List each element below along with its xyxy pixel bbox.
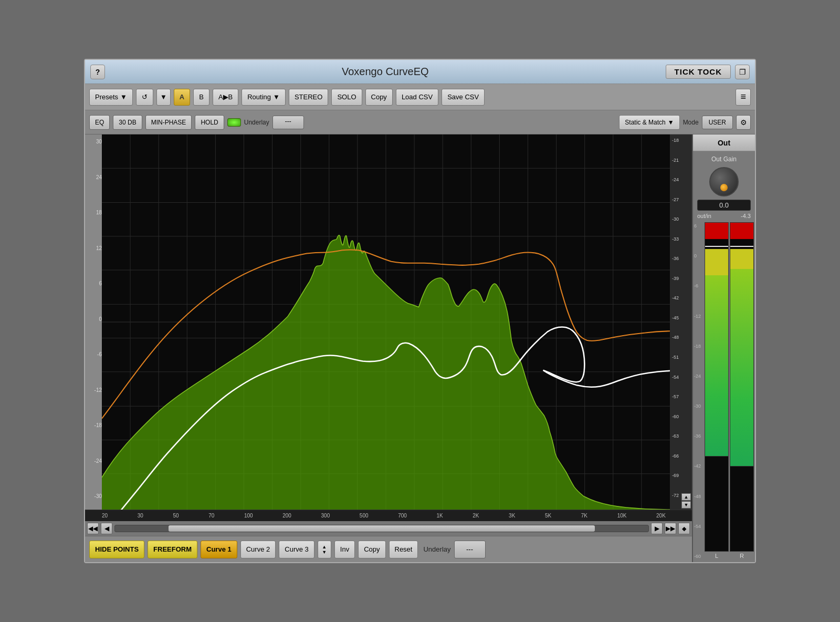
curve-updown-button[interactable]: ▲ ▼ xyxy=(318,541,331,558)
stereo-button[interactable]: STEREO xyxy=(289,89,328,106)
db-button[interactable]: 30 DB xyxy=(113,115,142,130)
extra-dropdown-arrow: ▼ xyxy=(160,93,167,101)
help-button[interactable]: ? xyxy=(90,65,105,79)
routing-dropdown-arrow: ▼ xyxy=(273,93,280,101)
out-in-row: out/in -4.3 xyxy=(693,212,755,220)
mode-value: USER xyxy=(702,116,733,129)
min-phase-button[interactable]: MIN-PHASE xyxy=(145,115,192,130)
eq-graph-container: 30 24 18 12 6 0 -6 -12 -18 -24 -30 xyxy=(85,134,692,562)
mode-label: Mode xyxy=(683,119,699,126)
graph-wrapper: 30 24 18 12 6 0 -6 -12 -18 -24 -30 xyxy=(85,134,692,510)
underlay-select[interactable]: --- xyxy=(272,116,304,129)
static-match-button[interactable]: Static & Match ▼ xyxy=(619,115,679,130)
meter-r-label: R xyxy=(730,552,754,560)
scroll-left-button[interactable]: ◀ xyxy=(101,523,112,534)
collapse-button[interactable]: ❐ xyxy=(735,65,750,79)
graph-svg xyxy=(102,134,670,510)
underlay-label: Underlay xyxy=(244,119,269,126)
reset-curve-button[interactable]: Reset xyxy=(389,541,418,558)
load-csv-button[interactable]: Load CSV xyxy=(396,89,438,106)
bottom-copy-button[interactable]: Copy xyxy=(358,541,385,558)
right-panel: Out Out Gain 0.0 out/in -4.3 6 0 -6 -12 xyxy=(692,134,755,562)
static-match-label: Static & Match xyxy=(625,119,665,126)
b-button[interactable]: B xyxy=(193,89,209,106)
x-scrollbar: ◀◀ ◀ ▶ ▶▶ ◆ xyxy=(85,521,692,536)
out-in-label: out/in xyxy=(697,213,711,219)
scroll-start-button[interactable]: ◀◀ xyxy=(87,523,99,534)
scroll-right-button[interactable]: ▶ xyxy=(651,523,663,534)
hide-points-button[interactable]: HIDE POINTS xyxy=(89,541,144,558)
bottom-bar: HIDE POINTS FREEFORM Curve 1 Curve 2 Cur… xyxy=(85,536,692,562)
routing-button[interactable]: Routing ▼ xyxy=(242,89,286,106)
out-gain-label: Out Gain xyxy=(693,151,755,165)
knob-container xyxy=(693,165,755,199)
save-csv-button[interactable]: Save CSV xyxy=(442,89,485,106)
eq-button[interactable]: EQ xyxy=(89,115,110,130)
curve1-button[interactable]: Curve 1 xyxy=(201,541,237,558)
scroll-end-button[interactable]: ▶▶ xyxy=(665,523,676,534)
solo-button[interactable]: SOLO xyxy=(331,89,362,106)
presets-dropdown-arrow: ▼ xyxy=(120,93,127,101)
y-axis-left: 30 24 18 12 6 0 -6 -12 -18 -24 -30 xyxy=(85,134,102,510)
zoom-button[interactable]: ◆ xyxy=(678,523,690,534)
eq-graph[interactable] xyxy=(102,134,670,510)
menu-button[interactable]: ≡ xyxy=(736,89,751,106)
static-match-arrow: ▼ xyxy=(668,119,674,126)
out-gain-knob[interactable] xyxy=(709,167,739,196)
ab-button[interactable]: A▶B xyxy=(213,89,238,106)
eq-controls-bar: EQ 30 DB MIN-PHASE HOLD Underlay --- Sta… xyxy=(85,110,755,134)
reset-button[interactable]: ↺ xyxy=(136,89,153,106)
toolbar: Presets ▼ ↺ ▼ A B A▶B Routing ▼ STEREO S… xyxy=(85,84,755,110)
main-window: ? Voxengo CurveEQ TICK TOCK ❐ Presets ▼ … xyxy=(84,59,756,563)
power-led[interactable] xyxy=(227,118,241,127)
curve3-button[interactable]: Curve 3 xyxy=(279,541,314,558)
settings-button[interactable]: ⚙ xyxy=(736,115,751,130)
plugin-name-button[interactable]: TICK TOCK xyxy=(666,65,731,79)
content-area: 30 24 18 12 6 0 -6 -12 -18 -24 -30 xyxy=(85,134,755,562)
inv-button[interactable]: Inv xyxy=(334,541,355,558)
scrollbar-track[interactable] xyxy=(114,525,649,532)
presets-label: Presets xyxy=(95,93,118,101)
meter-area: 6 0 -6 -12 -18 -24 -30 -36 -42 -48 -54 -… xyxy=(693,220,755,562)
meter-r-channel: R xyxy=(730,222,754,560)
curve2-button[interactable]: Curve 2 xyxy=(240,541,276,558)
meter-l-channel: L xyxy=(705,222,729,560)
out-tab[interactable]: Out xyxy=(693,134,755,151)
a-button[interactable]: A xyxy=(174,89,190,106)
presets-button[interactable]: Presets ▼ xyxy=(89,89,133,106)
y-scroll-up-button[interactable]: ▲ xyxy=(681,493,691,501)
routing-label: Routing xyxy=(247,93,271,101)
window-title: Voxengo CurveEQ xyxy=(105,66,666,78)
bottom-underlay-select[interactable]: --- xyxy=(454,541,486,558)
y-scroll-down-button[interactable]: ▼ xyxy=(681,501,691,509)
scrollbar-thumb xyxy=(169,525,595,532)
hold-button[interactable]: HOLD xyxy=(195,115,224,130)
copy-button[interactable]: Copy xyxy=(365,89,393,106)
knob-value-display: 0.0 xyxy=(697,200,751,211)
freeform-button[interactable]: FREEFORM xyxy=(148,541,197,558)
bottom-underlay-label: Underlay xyxy=(423,545,450,553)
x-axis: 20 30 50 70 100 200 300 500 700 1K 2K 3K… xyxy=(85,510,692,521)
extra-dropdown-button[interactable]: ▼ xyxy=(156,89,171,106)
title-bar: ? Voxengo CurveEQ TICK TOCK ❐ xyxy=(85,60,755,84)
out-in-value: -4.3 xyxy=(741,213,751,219)
knob-marker xyxy=(720,184,728,191)
reset-icon: ↺ xyxy=(142,93,148,101)
meter-l-label: L xyxy=(705,552,729,560)
